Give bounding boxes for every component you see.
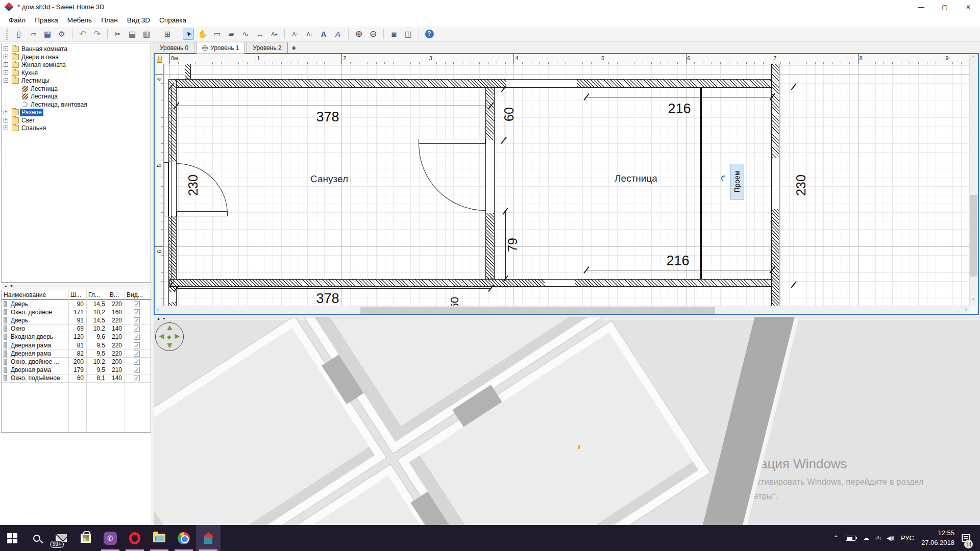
furniture-row[interactable]: Окно, двойное ...20010,2200✓ [2,358,151,366]
taskbar-opera[interactable] [122,525,147,551]
add-furniture-button[interactable]: ⊞ [162,29,173,40]
visible-checkbox[interactable]: ✓ [134,350,140,357]
copy-button[interactable]: ▤ [127,29,138,40]
room-label-lestnitsa[interactable]: Лестница [595,173,677,184]
scrollbar-thumb[interactable] [970,195,977,277]
catalog-item-спальня[interactable]: +Спальня [2,124,151,132]
tab-level-1[interactable]: Уровень 1 [196,42,245,54]
column-header[interactable]: Ш... [68,291,86,298]
add-level-button[interactable]: + [289,42,299,53]
tab-level-2[interactable]: Уровень 2 [247,42,287,53]
dimension-line[interactable] [177,106,491,106]
wall[interactable] [185,64,191,79]
furniture-row[interactable]: Окно, подъёмное608,1140✓ [2,374,151,383]
dimension-line[interactable] [586,270,772,270]
wall[interactable] [169,79,775,88]
increase-text-size-button[interactable]: A↑ [289,29,301,40]
paste-button[interactable]: ▥ [141,29,152,40]
door-frame[interactable] [164,162,168,216]
splitter-arrows-icon[interactable]: ▲▼ [157,317,168,320]
save-plan-button[interactable]: ▦ [42,29,53,40]
wall-opening[interactable] [506,79,577,88]
catalog-item-кухня[interactable]: +Кухня [2,69,151,77]
undo-button[interactable]: ↶ [77,29,88,40]
door-leaf[interactable] [177,211,228,216]
panel-splitter[interactable]: ▲▼ [1,284,151,289]
tab-level-0[interactable]: Уровень 0 [154,42,194,53]
catalog-item-label[interactable]: Кухня [20,69,39,77]
create-walls-button[interactable]: ▭ [211,29,223,40]
zoom-in-button[interactable]: ⊕ [353,29,364,40]
action-center-button[interactable]: 14 [962,525,975,551]
furniture-row[interactable]: Дверь9114,5220✓ [2,316,151,324]
menu-план[interactable]: План [96,14,122,27]
furniture-row[interactable]: Окно6910,2140✓ [2,325,151,333]
scroll-right-icon[interactable]: › [965,307,967,312]
taskbar-viber[interactable]: ✆ [98,525,122,551]
rotation-handle-icon[interactable] [720,174,728,182]
taskbar-clock[interactable]: 12:55 27.06.2018 [921,529,954,547]
pan-right-icon[interactable]: ▲ [174,333,182,340]
menu-файл[interactable]: Файл [4,14,30,27]
collapse-icon[interactable]: − [4,78,8,83]
plan-horizontal-scrollbar[interactable]: ‹ › [155,306,969,314]
help-button[interactable]: ? [424,29,435,40]
column-header[interactable]: Вид... [125,291,151,298]
open-plan-button[interactable]: ▱ [28,29,39,40]
taskbar-search[interactable] [24,525,49,551]
create-rooms-button[interactable]: ▰ [226,29,237,40]
language-indicator[interactable]: РУС [901,534,914,542]
furniture-row[interactable]: Окно, двойное17110,2160✓ [2,308,151,316]
expand-icon[interactable]: + [4,110,8,114]
furniture-row[interactable]: Дверная рама829,5220✓ [2,349,151,358]
dimension-text[interactable]: 216 [649,101,710,117]
scroll-down-icon[interactable]: ˚ [972,298,974,304]
redo-button[interactable]: ↷ [91,29,103,40]
visible-checkbox[interactable]: ✓ [134,375,140,381]
lock-icon[interactable] [157,59,162,63]
visible-checkbox[interactable]: ✓ [134,367,140,373]
pan-mode-button[interactable]: ✋ [197,29,208,40]
expand-icon[interactable]: + [4,118,8,122]
selected-text-label[interactable]: Проем [730,164,744,199]
visible-checkbox[interactable]: ✓ [134,334,140,340]
visible-checkbox[interactable]: ✓ [134,359,140,365]
expand-icon[interactable]: + [4,126,8,130]
toggle-bold-button[interactable]: A [318,29,329,40]
onedrive-cloud-icon[interactable]: ☁ [863,534,869,542]
compass-center-icon[interactable]: ◆ [167,334,171,340]
cut-button[interactable]: ✂ [112,29,124,40]
dimension-text[interactable]: 230 [186,170,200,201]
catalog-item-лестница[interactable]: Лестница [2,93,151,101]
dimension-text-clipped[interactable]: 60 [449,293,460,306]
menu-правка[interactable]: Правка [30,14,63,27]
wall[interactable] [169,279,775,287]
catalog-item-двери-и-окна[interactable]: +Двери и окна [2,54,151,61]
visible-checkbox[interactable]: ✓ [134,301,140,307]
column-header[interactable]: Гл... [86,291,108,298]
catalog-item-label[interactable]: Лестница [29,85,59,93]
scroll-left-icon[interactable]: ‹ [157,307,159,312]
dimension-line[interactable] [171,87,172,285]
door-opening[interactable] [168,162,177,216]
visible-checkbox[interactable]: ✓ [134,325,140,332]
add-texts-button[interactable]: A+ [268,29,280,40]
create-photo-button[interactable]: ◙ [388,29,400,40]
column-header[interactable]: В... [108,291,125,298]
preferences-button[interactable]: ⚙ [56,29,67,40]
catalog-item-label[interactable]: Разное [20,109,43,116]
pan-up-icon[interactable]: ▲ [166,323,174,331]
door-opening[interactable] [168,292,177,302]
dimension-line[interactable] [177,288,491,289]
catalog-item-label[interactable]: Спальня [20,124,47,132]
door-leaf[interactable] [419,139,485,144]
menu-вид-3d[interactable]: Вид 3D [122,14,155,27]
new-plan-button[interactable]: ▯ [13,29,24,40]
expand-icon[interactable]: + [4,46,8,51]
catalog-item-label[interactable]: Ванная комната [20,45,69,53]
catalog-item-свет[interactable]: +Свет [2,117,151,124]
dimension-text[interactable]: 378 [297,291,358,306]
expand-icon[interactable]: + [4,55,8,59]
view-3d[interactable]: ▲▼ Активация Windows Чтобы активировать … [154,317,980,525]
visible-checkbox[interactable]: ✓ [134,317,140,323]
